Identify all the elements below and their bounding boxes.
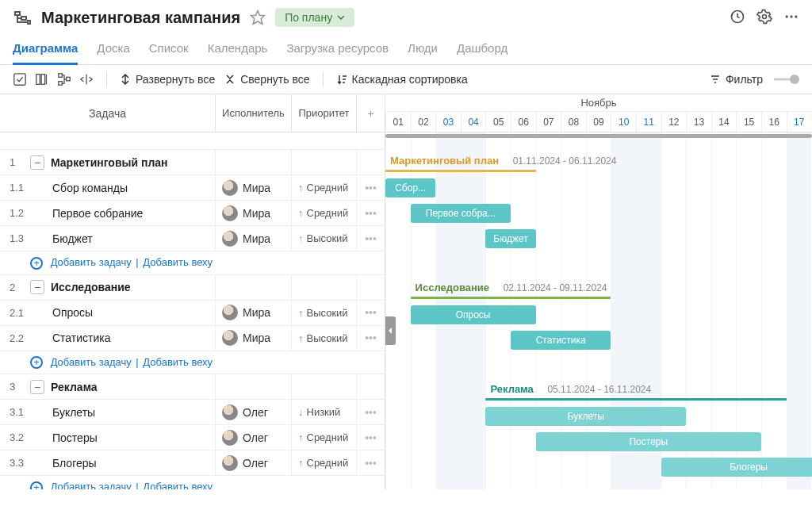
assignee-cell[interactable]: Олег: [215, 400, 291, 424]
day-10[interactable]: 10: [611, 112, 636, 132]
row-menu[interactable]: •••: [356, 400, 385, 424]
priority-cell[interactable]: ↑ Высокий: [291, 301, 356, 325]
gantt-bar[interactable]: Опросы: [411, 305, 536, 324]
group-name[interactable]: Реклама: [51, 381, 215, 393]
priority-cell[interactable]: ↑ Средний: [291, 201, 356, 225]
collapse-all-button[interactable]: Свернуть все: [224, 73, 309, 86]
priority-cell[interactable]: ↑ Высокий: [291, 226, 356, 251]
assignee-cell[interactable]: Мира: [215, 326, 291, 351]
day-08[interactable]: 08: [561, 112, 586, 132]
task-name[interactable]: Бюджет: [30, 232, 215, 245]
tab-диаграмма[interactable]: Диаграмма: [13, 35, 78, 65]
assignee-cell[interactable]: Олег: [215, 425, 291, 450]
column-task[interactable]: Задача: [0, 94, 215, 132]
task-name[interactable]: Сбор команды: [30, 182, 215, 194]
tab-календарь[interactable]: Календарь: [208, 35, 268, 64]
tab-список[interactable]: Список: [149, 35, 189, 64]
gantt-bar[interactable]: Бюджет: [485, 229, 535, 248]
task-group: 3 − Реклама: [0, 374, 385, 400]
add-milestone-link[interactable]: Добавить веху: [143, 256, 213, 268]
tab-доска[interactable]: Доска: [97, 35, 129, 64]
status-badge[interactable]: По плану: [275, 8, 354, 27]
day-13[interactable]: 13: [686, 112, 711, 132]
assignee-cell[interactable]: Олег: [215, 450, 291, 475]
task-name[interactable]: Буклеты: [30, 406, 215, 419]
task-name[interactable]: Блогеры: [30, 457, 215, 470]
toggle-critical-path[interactable]: [772, 73, 799, 86]
day-04[interactable]: 04: [461, 112, 486, 132]
gantt-bar[interactable]: Сбор...: [385, 178, 435, 197]
column-assignee[interactable]: Исполнитель: [215, 94, 291, 132]
row-menu[interactable]: •••: [356, 450, 385, 475]
add-milestone-link[interactable]: Добавить веху: [143, 356, 213, 368]
task-name[interactable]: Статистика: [30, 332, 215, 344]
group-name[interactable]: Исследование: [51, 281, 215, 293]
day-12[interactable]: 12: [661, 112, 687, 132]
day-05[interactable]: 05: [485, 112, 511, 132]
collapse-toggle[interactable]: −: [30, 380, 44, 394]
day-02[interactable]: 02: [411, 112, 436, 132]
day-06[interactable]: 06: [511, 112, 536, 132]
priority-cell[interactable]: ↑ Средний: [291, 175, 356, 200]
day-01[interactable]: 01: [385, 112, 411, 132]
gantt-bar[interactable]: Статистика: [511, 331, 611, 350]
collapse-panel-handle[interactable]: [385, 316, 396, 345]
filter-button[interactable]: Фильтр: [710, 73, 763, 86]
tab-дашборд[interactable]: Дашборд: [457, 35, 508, 64]
tab-загрузка ресурсов[interactable]: Загрузка ресурсов: [286, 35, 389, 64]
svg-rect-14: [67, 77, 71, 81]
history-icon[interactable]: [730, 9, 745, 27]
row-menu[interactable]: •••: [356, 326, 385, 351]
assignee-cell[interactable]: Мира: [215, 226, 291, 251]
hierarchy-icon[interactable]: [57, 72, 71, 86]
priority-cell[interactable]: ↑ Средний: [291, 425, 356, 450]
day-03[interactable]: 03: [435, 112, 461, 132]
star-icon[interactable]: [250, 10, 266, 25]
row-menu[interactable]: •••: [356, 175, 385, 200]
gantt-bar[interactable]: Блогеры: [661, 458, 812, 477]
day-14[interactable]: 14: [711, 112, 737, 132]
priority-cell[interactable]: ↓ Низкий: [291, 400, 356, 424]
day-17[interactable]: 17: [787, 112, 812, 132]
expand-all-button[interactable]: Развернуть все: [120, 73, 215, 86]
collapse-toggle[interactable]: −: [30, 280, 44, 294]
priority-cell[interactable]: ↑ Средний: [291, 450, 356, 475]
gantt-bar[interactable]: Буклеты: [485, 407, 686, 426]
more-icon[interactable]: [783, 9, 799, 27]
tab-люди[interactable]: Люди: [408, 35, 438, 64]
row-menu[interactable]: •••: [356, 201, 385, 225]
add-task-link[interactable]: Добавить задачу: [51, 256, 132, 268]
day-15[interactable]: 15: [736, 112, 761, 132]
row-menu[interactable]: •••: [356, 226, 385, 251]
assignee-cell[interactable]: Мира: [215, 201, 291, 225]
day-09[interactable]: 09: [586, 112, 611, 132]
columns-icon[interactable]: [35, 72, 49, 86]
cascade-sort-button[interactable]: Каскадная сортировка: [336, 73, 468, 86]
check-icon[interactable]: [13, 72, 27, 86]
summary-bar[interactable]: [385, 170, 536, 172]
day-07[interactable]: 07: [536, 112, 561, 132]
row-menu[interactable]: •••: [356, 301, 385, 325]
add-milestone-link[interactable]: Добавить веху: [143, 481, 213, 489]
add-task-link[interactable]: Добавить задачу: [51, 356, 132, 368]
group-name[interactable]: Маркетинговый план: [51, 156, 215, 169]
column-priority[interactable]: Приоритет: [291, 94, 356, 132]
add-column-button[interactable]: +: [356, 94, 385, 132]
add-task-link[interactable]: Добавить задачу: [51, 481, 132, 489]
gear-icon[interactable]: [756, 9, 772, 27]
task-name[interactable]: Постеры: [30, 431, 215, 444]
gantt-bar[interactable]: Первое собра...: [411, 204, 511, 223]
task-name[interactable]: Опросы: [30, 306, 215, 319]
gantt-bar[interactable]: Постеры: [536, 432, 761, 451]
collapse-toggle[interactable]: −: [30, 155, 44, 170]
day-11[interactable]: 11: [636, 112, 661, 132]
priority-cell[interactable]: ↑ Высокий: [291, 326, 356, 351]
assignee-cell[interactable]: Мира: [215, 175, 291, 200]
row-menu[interactable]: •••: [356, 425, 385, 450]
summary-bar[interactable]: [485, 398, 786, 401]
task-name[interactable]: Первое собрание: [30, 207, 215, 220]
assignee-cell[interactable]: Мира: [215, 301, 291, 325]
day-16[interactable]: 16: [761, 112, 787, 132]
indent-icon[interactable]: [79, 72, 94, 86]
summary-bar[interactable]: [411, 297, 611, 299]
